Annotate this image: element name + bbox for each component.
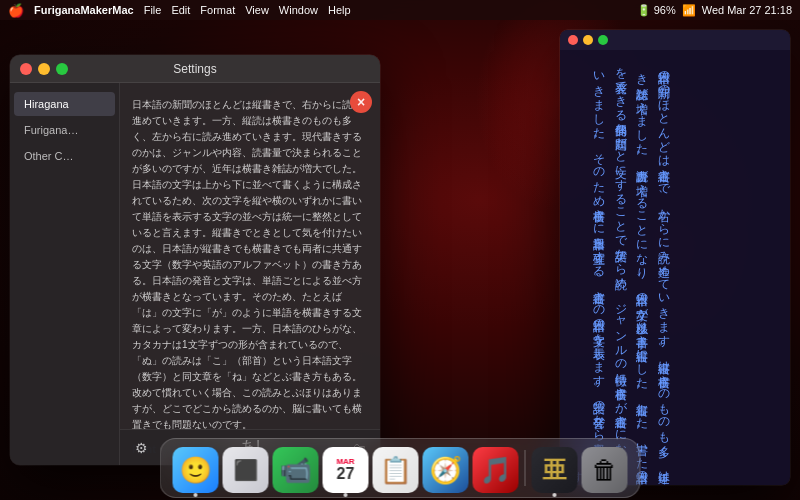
menu-format[interactable]: Format — [200, 4, 235, 16]
dock-icon-calendar[interactable]: MAR27 — [323, 447, 369, 493]
reminders-icon: 📋 — [380, 455, 412, 486]
launchpad-icon: ⬛ — [233, 458, 258, 482]
dock-icon-safari[interactable]: 🧭 — [423, 447, 469, 493]
calendar-dot — [344, 493, 348, 497]
menu-help[interactable]: Help — [328, 4, 351, 16]
dock-icon-finder[interactable]: 🙂 — [173, 447, 219, 493]
minimize-button[interactable] — [38, 63, 50, 75]
menu-file[interactable]: File — [144, 4, 162, 16]
furigana-app-icon: 亜 — [543, 454, 567, 486]
menu-window[interactable]: Window — [279, 4, 318, 16]
battery-status: 🔋 96% — [637, 4, 676, 17]
menubar: 🍎 FuriganaMakerMac File Edit Format View… — [0, 0, 800, 20]
dock-icon-trash[interactable]: 🗑 — [582, 447, 628, 493]
japanese-text-window: 日本語の新聞のほとんどは縦書きで、右からに読み進めていきます。縦書は横書きのもの… — [560, 30, 790, 485]
window-title: Settings — [173, 62, 216, 76]
dock: 🙂 ⬛ 📹 MAR27 📋 🧭 🎵 亜 🗑 — [160, 438, 641, 498]
sidebar-item-hiragana[interactable]: Hiragana — [14, 92, 115, 116]
apple-menu[interactable]: 🍎 — [8, 3, 24, 18]
settings-content: Hiragana Furigana… Other C… × 日本語の新聞のほとん… — [10, 83, 380, 465]
wifi-icon: 📶 — [682, 4, 696, 17]
dock-separator — [525, 450, 526, 486]
calendar-icon: MAR27 — [336, 458, 354, 482]
close-button[interactable] — [20, 63, 32, 75]
menubar-right: 🔋 96% 📶 Wed Mar 27 21:18 — [637, 4, 792, 17]
sidebar-item-furigana[interactable]: Furigana… — [14, 118, 115, 142]
settings-titlebar: Settings — [10, 55, 380, 83]
sidebar-item-other[interactable]: Other C… — [14, 144, 115, 168]
japanese-window-titlebar — [560, 30, 790, 50]
menu-view[interactable]: View — [245, 4, 269, 16]
japanese-text-content: 日本語の新聞のほとんどは縦書きで、右からに読み進めていきます。縦書は横書きのもの… — [560, 50, 680, 485]
settings-sidebar: Hiragana Furigana… Other C… — [10, 83, 120, 465]
jw-close-button[interactable] — [568, 35, 578, 45]
maximize-button[interactable] — [56, 63, 68, 75]
facetime-icon: 📹 — [280, 455, 312, 486]
jw-maximize-button[interactable] — [598, 35, 608, 45]
dock-icon-reminders[interactable]: 📋 — [373, 447, 419, 493]
safari-icon: 🧭 — [430, 455, 462, 486]
app-name-menu[interactable]: FuriganaMakerMac — [34, 4, 134, 16]
dock-icon-launchpad[interactable]: ⬛ — [223, 447, 269, 493]
finder-dot — [194, 493, 198, 497]
settings-main-text: 日本語の新聞のほとんどは縦書きで、右からに読み進めていきます。一方、縦読は横書き… — [132, 97, 368, 433]
settings-window: Settings Hiragana Furigana… Other C… × — [10, 55, 380, 465]
settings-main: × 日本語の新聞のほとんどは縦書きで、右からに読み進めていきます。一方、縦読は横… — [120, 83, 380, 465]
gear-icon[interactable]: ⚙ — [130, 437, 152, 459]
desktop: 🍎 FuriganaMakerMac File Edit Format View… — [0, 0, 800, 500]
music-icon: 🎵 — [480, 455, 512, 486]
dock-icon-music[interactable]: 🎵 — [473, 447, 519, 493]
jw-minimize-button[interactable] — [583, 35, 593, 45]
close-circle-button[interactable]: × — [350, 91, 372, 113]
dock-icon-facetime[interactable]: 📹 — [273, 447, 319, 493]
furigana-app-dot — [553, 493, 557, 497]
dock-icon-furigana[interactable]: 亜 — [532, 447, 578, 493]
finder-icon: 🙂 — [180, 455, 212, 486]
clock: Wed Mar 27 21:18 — [702, 4, 792, 16]
menu-edit[interactable]: Edit — [171, 4, 190, 16]
menubar-left: 🍎 FuriganaMakerMac File Edit Format View… — [8, 3, 351, 18]
trash-icon: 🗑 — [592, 455, 618, 486]
traffic-lights — [20, 63, 68, 75]
